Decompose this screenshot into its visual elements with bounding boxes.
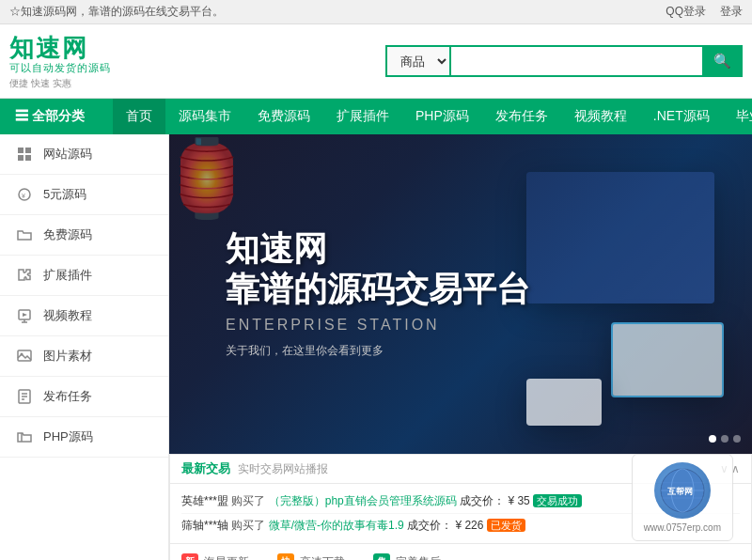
feature-sale-text: 完美售后 bbox=[396, 554, 441, 561]
transaction-bar-left: 最新交易 实时交易网站播报 bbox=[181, 460, 328, 477]
tx-user-2: 筛轴***轴 bbox=[181, 519, 228, 532]
tx-action-1: 购买了 bbox=[231, 494, 268, 507]
sidebar-item-free[interactable]: 免费源码 bbox=[0, 215, 168, 256]
sidebar-item-video-label: 视频教程 bbox=[43, 307, 92, 324]
badge-sale: 售 bbox=[373, 553, 390, 560]
nav-item-video[interactable]: 视频教程 bbox=[561, 99, 640, 134]
svg-rect-1 bbox=[25, 148, 31, 153]
banner-title: 知速网 靠谱的源码交易平台 bbox=[226, 228, 530, 309]
banner-dot-1[interactable] bbox=[709, 435, 716, 443]
qq-login-link[interactable]: QQ登录 bbox=[666, 4, 706, 20]
tx-product-2[interactable]: 微草/微营-你的故事有毒1.9 bbox=[269, 519, 404, 532]
banner-title-line1: 知速网 bbox=[226, 228, 530, 269]
tx-price-label-1: 成交价： bbox=[460, 494, 505, 507]
sidebar-item-website[interactable]: 网站源码 bbox=[0, 134, 168, 175]
tx-product-1[interactable]: （完整版）php直销会员管理系统源码 bbox=[269, 494, 457, 507]
nav-item-php[interactable]: PHP源码 bbox=[402, 99, 482, 134]
svg-rect-2 bbox=[18, 155, 24, 161]
nav-all-categories[interactable]: ☰ 全部分类 bbox=[0, 99, 113, 134]
logo[interactable]: 知速网 可以自动发货的源码 便捷 快速 实惠 bbox=[9, 32, 111, 90]
sidebar-item-5yuan[interactable]: ¥ 5元源码 bbox=[0, 175, 168, 215]
chart-icon bbox=[15, 306, 34, 325]
nav-item-plugin[interactable]: 扩展插件 bbox=[323, 99, 402, 134]
grid-icon bbox=[15, 145, 34, 163]
nav-item-net[interactable]: .NET源码 bbox=[640, 99, 723, 134]
task-icon bbox=[15, 387, 34, 406]
badge-fast: 快 bbox=[277, 553, 294, 560]
feature-fast-text: 高速下载 bbox=[300, 554, 345, 561]
nav-item-net-label: .NET源码 bbox=[653, 108, 710, 125]
tx-price-2: ¥ 226 bbox=[455, 519, 483, 532]
svg-rect-0 bbox=[18, 148, 24, 153]
nav-item-php-label: PHP源码 bbox=[415, 108, 469, 125]
coin-icon: ¥ bbox=[15, 185, 34, 204]
banner-dots bbox=[709, 435, 741, 443]
search-category-select[interactable]: 商品 bbox=[385, 45, 449, 77]
banner-desc: 关于我们，在这里你会看到更多 bbox=[226, 344, 530, 360]
logo-tagline-text: 便捷 快速 实惠 bbox=[9, 77, 111, 90]
banner-title-line2: 靠谱的源码交易平台 bbox=[226, 270, 530, 310]
banner-content: 知速网 靠谱的源码交易平台 ENTERPRISE STATION 关于我们，在这… bbox=[226, 228, 530, 359]
nav-item-video-label: 视频教程 bbox=[574, 108, 627, 125]
nav-item-home[interactable]: 首页 bbox=[113, 99, 165, 134]
feature-new: 新 海星更新 bbox=[181, 553, 249, 560]
svg-text:互帮网: 互帮网 bbox=[667, 487, 693, 496]
sidebar-item-video[interactable]: 视频教程 bbox=[0, 296, 168, 336]
nav-item-task-label: 发布任务 bbox=[495, 108, 548, 125]
tx-price-1: ¥ 35 bbox=[508, 494, 529, 507]
screen-card-small bbox=[611, 322, 724, 397]
sidebar-item-publish[interactable]: 发布任务 bbox=[0, 377, 168, 417]
search-area: 商品 🔍 bbox=[385, 45, 743, 77]
tx-user-1: 英雄***盟 bbox=[181, 494, 228, 507]
login-link[interactable]: 登录 bbox=[720, 4, 743, 20]
sidebar-item-extension-label: 扩展插件 bbox=[43, 267, 92, 284]
nav-item-market[interactable]: 源码集市 bbox=[165, 99, 244, 134]
nav-item-home-label: 首页 bbox=[126, 108, 152, 125]
nav-item-grad[interactable]: 毕业 bbox=[723, 99, 752, 134]
sidebar-item-5yuan-label: 5元源码 bbox=[43, 186, 86, 203]
sidebar-item-publish-label: 发布任务 bbox=[43, 388, 92, 405]
tx-price-label-2: 成交价： bbox=[407, 519, 452, 532]
banner-subtitle: ENTERPRISE STATION bbox=[226, 318, 530, 334]
top-bar: ☆知速源码网，靠谱的源码在线交易平台。 QQ登录 登录 bbox=[0, 0, 752, 24]
login-text: 登录 bbox=[720, 5, 743, 18]
top-bar-notice: ☆知速源码网，靠谱的源码在线交易平台。 bbox=[9, 4, 224, 20]
nav-items-list: 首页 源码集市 免费源码 扩展插件 PHP源码 发布任务 视频教程 .NET源码… bbox=[113, 99, 752, 134]
tx-subtitle: 实时交易网站播报 bbox=[238, 461, 328, 477]
tx-action-2: 购买了 bbox=[231, 519, 268, 532]
sidebar-item-php[interactable]: PHP源码 bbox=[0, 417, 168, 458]
watermark-inner: 互帮网 www.0757erp.com bbox=[632, 454, 733, 541]
watermark: 互帮网 www.0757erp.com bbox=[632, 454, 733, 541]
header: 知速网 可以自动发货的源码 便捷 快速 实惠 商品 🔍 bbox=[0, 24, 752, 99]
puzzle-icon bbox=[15, 266, 34, 285]
sidebar-item-image[interactable]: 图片素材 bbox=[0, 336, 168, 377]
banner-dot-2[interactable] bbox=[721, 435, 728, 443]
sidebar-item-php-label: PHP源码 bbox=[43, 428, 93, 445]
nav-item-free[interactable]: 免费源码 bbox=[244, 99, 323, 134]
nav-item-free-label: 免费源码 bbox=[258, 108, 310, 125]
nav-item-task[interactable]: 发布任务 bbox=[482, 99, 561, 134]
search-input[interactable] bbox=[449, 45, 702, 77]
notice-text: ☆知速源码网，靠谱的源码在线交易平台。 bbox=[9, 4, 224, 20]
sidebar-item-extension[interactable]: 扩展插件 bbox=[0, 256, 168, 296]
php-icon bbox=[15, 428, 34, 446]
top-bar-actions: QQ登录 登录 bbox=[666, 4, 743, 20]
nav-all-label: ☰ 全部分类 bbox=[15, 108, 85, 125]
banner-dot-3[interactable] bbox=[733, 435, 741, 443]
watermark-url-text: www.0757erp.com bbox=[644, 522, 721, 533]
qq-login-text: QQ登录 bbox=[666, 5, 706, 18]
screen-card-main bbox=[526, 172, 714, 303]
tx-badge-1: 交易成功 bbox=[533, 494, 582, 507]
tx-label: 最新交易 bbox=[181, 460, 230, 477]
search-button[interactable]: 🔍 bbox=[702, 45, 743, 77]
sidebar-item-free-label: 免费源码 bbox=[43, 226, 92, 243]
sidebar-item-website-label: 网站源码 bbox=[43, 146, 92, 163]
banner: 🏮 知速网 靠谱的源码交易平台 ENTERPRISE STATION 关于我们，… bbox=[169, 134, 752, 454]
logo-sub-text: 可以自动发货的源码 bbox=[9, 61, 111, 75]
svg-text:¥: ¥ bbox=[22, 193, 25, 199]
sidebar: 网站源码 ¥ 5元源码 免费源码 扩展插件 视频教程 bbox=[0, 134, 169, 560]
feature-new-text: 海星更新 bbox=[204, 554, 249, 561]
nav-item-grad-label: 毕业 bbox=[736, 108, 752, 125]
tx-badge-2: 已发货 bbox=[487, 519, 525, 532]
image-icon bbox=[15, 347, 34, 366]
